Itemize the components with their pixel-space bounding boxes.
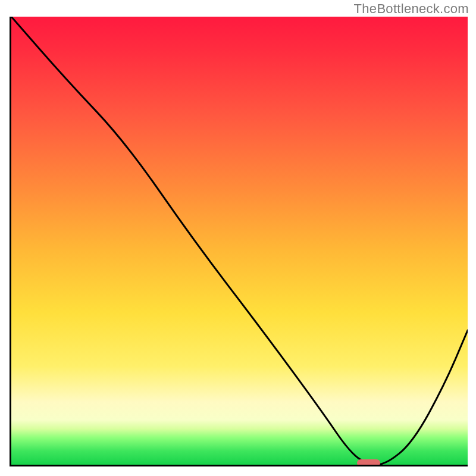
- optimal-marker: [357, 459, 380, 466]
- watermark-text: TheBottleneck.com: [354, 1, 469, 17]
- chart-container: TheBottleneck.com: [0, 0, 476, 476]
- curve-layer: [11, 17, 468, 465]
- bottleneck-curve: [11, 17, 468, 465]
- plot-area: [10, 17, 468, 466]
